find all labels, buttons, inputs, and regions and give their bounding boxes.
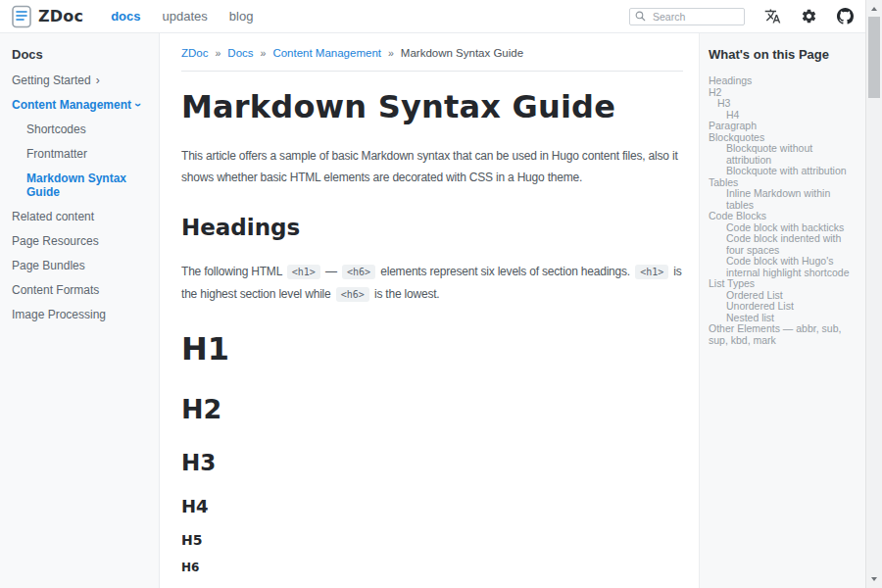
sidebar-item-label: Related content <box>12 210 94 223</box>
paragraph-segment: <h1> <box>285 265 322 278</box>
heading-samples: H1H2H3H4H5H6 <box>181 331 683 575</box>
sidebar-item-label: Content Management <box>12 98 131 112</box>
search-box[interactable] <box>629 8 745 25</box>
breadcrumb-item: Markdown Syntax Guide <box>401 47 523 59</box>
breadcrumb-separator: » <box>215 47 220 59</box>
sidebar-item-label: Page Resources <box>12 234 99 248</box>
docs-sidebar: Docs Getting Started › Content Managemen… <box>0 33 160 588</box>
toc-list: HeadingsH2H3H4ParagraphBlockquotesBlockq… <box>709 75 859 346</box>
brand[interactable]: ZDoc <box>12 5 83 28</box>
section-heading: Headings <box>181 214 683 241</box>
scroll-down-icon[interactable] <box>866 571 882 587</box>
text-run: The following HTML <box>181 265 285 278</box>
sidebar-item-label: Frontmatter <box>26 147 87 161</box>
sidebar-item[interactable]: Getting Started › <box>10 68 153 92</box>
toc-item[interactable]: Code block with Hugo's internal highligh… <box>709 256 859 278</box>
translate-icon[interactable] <box>764 8 781 24</box>
toc-item[interactable]: Blockquote without attribution <box>709 143 859 166</box>
main-nav: docsupdatesblog <box>111 9 253 24</box>
breadcrumb-separator: » <box>388 47 394 59</box>
inline-code: <h1> <box>287 265 320 279</box>
brand-name[interactable]: ZDoc <box>38 7 83 25</box>
heading-sample: H3 <box>181 450 683 476</box>
chevron-icon: › <box>132 103 144 107</box>
toc-item[interactable]: Code Blocks <box>709 211 859 222</box>
toc-title: What's on this Page <box>709 47 859 62</box>
github-icon[interactable] <box>837 8 854 24</box>
sidebar-item[interactable]: Page Bundles <box>10 253 153 277</box>
toc-item[interactable]: Inline Markdown within tables <box>709 188 859 211</box>
toc-item[interactable]: H2 <box>709 87 859 99</box>
paragraph-segment: elements represent six levels of section… <box>377 265 633 278</box>
sidebar-item[interactable]: Content Formats <box>10 277 153 302</box>
paragraph-segment: <h6> <box>334 287 371 301</box>
sidebar-item[interactable]: Shortcodes <box>10 117 153 141</box>
breadcrumb-item: Docs <box>227 47 253 59</box>
toc-item[interactable]: Code block indented with four spaces <box>709 233 859 256</box>
paragraph-segment: — <box>322 265 340 278</box>
toc-item[interactable]: Blockquote with attribution <box>709 166 859 177</box>
inline-code: <h6> <box>342 265 375 279</box>
toc-item[interactable]: Paragraph <box>709 121 859 132</box>
heading-sample: H4 <box>181 496 683 516</box>
text-run: — <box>322 265 340 278</box>
heading-sample: H5 <box>181 532 683 549</box>
sidebar-item-label: Image Processing <box>12 308 106 321</box>
breadcrumb-item: » <box>381 47 401 59</box>
heading-sample: H1 <box>181 331 683 367</box>
sidebar-nav: Getting Started › Content Management › S… <box>10 68 153 326</box>
paragraph-segment: is the lowest. <box>371 287 440 301</box>
sidebar-item[interactable]: Markdown Syntax Guide <box>10 166 153 204</box>
sidebar-item-label: Shortcodes <box>26 122 86 136</box>
content-row: Docs Getting Started › Content Managemen… <box>0 33 865 588</box>
heading-sample: H2 <box>181 394 683 424</box>
toc-item[interactable]: Headings <box>709 75 859 87</box>
toc-item[interactable]: Other Elements — abbr, sub, sup, kbd, ma… <box>709 323 859 346</box>
chevron-icon: › <box>96 74 100 86</box>
breadcrumb-item: » <box>254 47 273 59</box>
sidebar-item[interactable]: Page Resources <box>10 228 153 253</box>
text-run: is the lowest. <box>371 287 440 301</box>
inline-code: <h6> <box>336 287 369 302</box>
heading-sample: H6 <box>181 561 683 575</box>
sidebar-item[interactable]: Image Processing <box>10 302 153 326</box>
window-scrollbar[interactable] <box>865 0 882 588</box>
breadcrumb-item: ZDoc <box>181 47 208 59</box>
scroll-up-icon[interactable] <box>866 1 882 17</box>
sidebar-item[interactable]: Content Management › <box>10 92 153 117</box>
toc-item[interactable]: List Types <box>709 278 859 290</box>
sidebar-item-label: Markdown Syntax Guide <box>26 172 153 199</box>
inline-code: <h1> <box>635 265 668 279</box>
headings-paragraph: The following HTML <h1> — <h6> elements … <box>181 261 683 306</box>
nav-link[interactable]: docs <box>111 9 140 24</box>
search-icon <box>635 11 646 22</box>
breadcrumb-item: » <box>208 47 227 59</box>
app-window: ZDoc docsupdatesblog <box>0 0 882 588</box>
sidebar-item[interactable]: Related content <box>10 204 153 228</box>
breadcrumb-link: Markdown Syntax Guide <box>401 47 523 59</box>
paragraph-segment: <h1> <box>633 265 670 278</box>
breadcrumb-link[interactable]: Docs <box>227 47 253 59</box>
zdoc-logo-icon <box>12 5 31 28</box>
paragraph-segment: <h6> <box>340 265 377 278</box>
article-main: ZDoc » Docs » Content Management <box>160 33 699 588</box>
text-run: elements represent six levels of section… <box>377 265 633 278</box>
scrollbar-thumb[interactable] <box>868 17 880 98</box>
toc-item[interactable]: H3 <box>709 98 859 110</box>
sidebar-item-label: Getting Started <box>12 74 91 87</box>
paragraph-segment: The following HTML <box>181 265 285 278</box>
gear-icon[interactable] <box>801 8 817 24</box>
page-title: Markdown Syntax Guide <box>181 89 683 124</box>
sidebar-title: Docs <box>10 47 153 62</box>
search-input[interactable] <box>651 10 739 24</box>
breadcrumb: ZDoc » Docs » Content Management <box>181 47 683 59</box>
toc-item[interactable]: Unordered List <box>709 301 859 313</box>
breadcrumb-divider <box>181 71 683 72</box>
sidebar-item[interactable]: Frontmatter <box>10 141 153 166</box>
nav-link[interactable]: blog <box>229 9 254 24</box>
breadcrumb-link[interactable]: ZDoc <box>181 47 208 59</box>
nav-link[interactable]: updates <box>163 9 208 24</box>
breadcrumb-link[interactable]: Content Management <box>272 47 381 59</box>
navbar-right <box>629 8 854 25</box>
top-navbar: ZDoc docsupdatesblog <box>0 0 865 33</box>
